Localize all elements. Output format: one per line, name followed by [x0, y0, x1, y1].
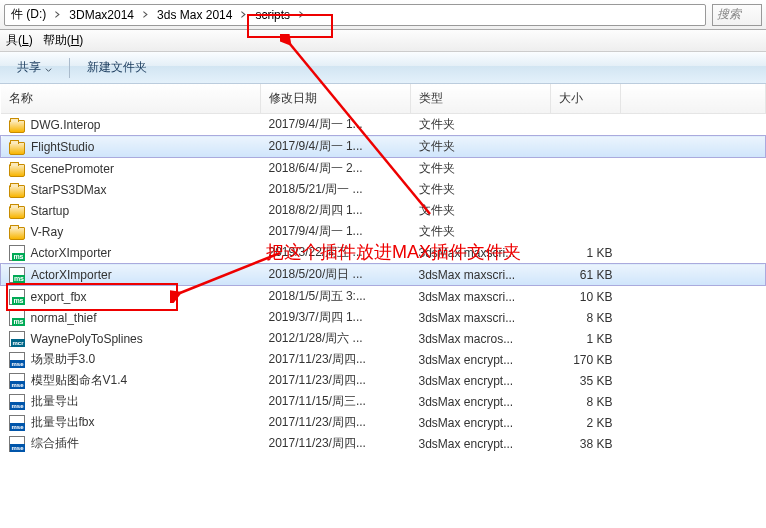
table-row[interactable]: Startup2018/8/2/周四 1...文件夹 [1, 200, 766, 221]
file-size: 2 KB [551, 412, 621, 433]
file-type: 文件夹 [411, 200, 551, 221]
table-row[interactable]: WaynePolyToSplines2012/1/28/周六 ...3dsMax… [1, 328, 766, 349]
file-listing: 名称 修改日期 类型 大小 DWG.Interop2017/9/4/周一 1..… [0, 84, 766, 528]
chevron-right-icon[interactable] [296, 5, 307, 25]
column-header-date[interactable]: 修改日期 [261, 84, 411, 114]
table-row[interactable]: 模型贴图命名V1.42017/11/23/周四...3dsMax encrypt… [1, 370, 766, 391]
file-name: 批量导出fbx [31, 414, 95, 431]
file-size: 8 KB [551, 307, 621, 328]
file-date: 2019/3/7/周四 1... [261, 307, 411, 328]
search-placeholder: 搜索 [717, 6, 741, 23]
breadcrumb-item-2[interactable]: scripts [249, 5, 296, 25]
file-size: 61 KB [551, 264, 621, 286]
file-type: 文件夹 [411, 158, 551, 180]
file-name: 模型贴图命名V1.4 [31, 372, 128, 389]
file-size: 170 KB [551, 349, 621, 370]
file-date: 2017/11/23/周四... [261, 370, 411, 391]
toolbar: 共享 新建文件夹 [0, 52, 766, 84]
file-date: 2017/11/23/周四... [261, 433, 411, 454]
folder-icon [9, 206, 25, 219]
file-type: 3dsMax maxscri... [411, 286, 551, 308]
encrypted-script-icon [9, 415, 25, 431]
chevron-right-icon[interactable] [140, 5, 151, 25]
table-row[interactable]: normal_thief2019/3/7/周四 1...3dsMax maxsc… [1, 307, 766, 328]
file-date: 2018/6/4/周一 2... [261, 158, 411, 180]
table-row[interactable]: export_fbx2018/1/5/周五 3:...3dsMax maxscr… [1, 286, 766, 308]
encrypted-script-icon [9, 436, 25, 452]
file-type: 文件夹 [411, 179, 551, 200]
file-size: 8 KB [551, 391, 621, 412]
table-row[interactable]: V-Ray2017/9/4/周一 1...文件夹 [1, 221, 766, 242]
file-size [551, 114, 621, 136]
file-date: 2017/9/4/周一 1... [261, 221, 411, 242]
file-size: 10 KB [551, 286, 621, 308]
macroscript-icon [9, 331, 25, 347]
file-name: StarPS3DMax [31, 183, 107, 197]
file-date: 2018/1/5/周五 3:... [261, 286, 411, 308]
maxscript-icon [9, 310, 25, 326]
breadcrumb[interactable]: 件 (D:) 3DMax2014 3ds Max 2014 scripts [4, 4, 706, 26]
file-name: FlightStudio [31, 140, 94, 154]
file-size: 38 KB [551, 433, 621, 454]
maxscript-icon [9, 245, 25, 261]
file-size: 35 KB [551, 370, 621, 391]
share-button[interactable]: 共享 [8, 54, 61, 81]
breadcrumb-item-1[interactable]: 3ds Max 2014 [151, 5, 238, 25]
file-date: 2017/11/23/周四... [261, 349, 411, 370]
file-date: 2018/5/21/周一 ... [261, 179, 411, 200]
file-date: 2019/3/22/周五 ... [261, 242, 411, 264]
file-date: 2017/9/4/周一 1... [261, 114, 411, 136]
column-header-size[interactable]: 大小 [551, 84, 621, 114]
folder-icon [9, 120, 25, 133]
column-header-name[interactable]: 名称 [1, 84, 261, 114]
menu-tools[interactable]: 具(L) [6, 32, 33, 49]
table-row[interactable]: 批量导出fbx2017/11/23/周四...3dsMax encrypt...… [1, 412, 766, 433]
file-date: 2012/1/28/周六 ... [261, 328, 411, 349]
file-date: 2018/8/2/周四 1... [261, 200, 411, 221]
table-row[interactable]: DWG.Interop2017/9/4/周一 1...文件夹 [1, 114, 766, 136]
table-row[interactable]: ScenePromoter2018/6/4/周一 2...文件夹 [1, 158, 766, 180]
folder-icon [9, 185, 25, 198]
file-name: Startup [31, 204, 70, 218]
file-date: 2018/5/20/周日 ... [261, 264, 411, 286]
table-row[interactable]: 批量导出2017/11/15/周三...3dsMax encrypt...8 K… [1, 391, 766, 412]
table-row[interactable]: 场景助手3.02017/11/23/周四...3dsMax encrypt...… [1, 349, 766, 370]
search-input[interactable]: 搜索 [712, 4, 762, 26]
menu-help[interactable]: 帮助(H) [43, 32, 84, 49]
chevron-right-icon[interactable] [238, 5, 249, 25]
file-type: 3dsMax encrypt... [411, 391, 551, 412]
file-type: 文件夹 [411, 136, 551, 158]
table-row[interactable]: ActorXImporter2018/5/20/周日 ...3dsMax max… [1, 264, 766, 286]
file-date: 2017/11/15/周三... [261, 391, 411, 412]
file-date: 2017/11/23/周四... [261, 412, 411, 433]
toolbar-divider [69, 58, 70, 78]
table-row[interactable]: StarPS3DMax2018/5/21/周一 ...文件夹 [1, 179, 766, 200]
address-bar: 件 (D:) 3DMax2014 3ds Max 2014 scripts 搜索 [0, 0, 766, 30]
new-folder-button[interactable]: 新建文件夹 [78, 54, 156, 81]
file-size [551, 221, 621, 242]
breadcrumb-root[interactable]: 件 (D:) [5, 5, 52, 25]
table-row[interactable]: ActorXImporter2019/3/22/周五 ...3dsMax max… [1, 242, 766, 264]
file-type: 文件夹 [411, 114, 551, 136]
file-name: ScenePromoter [31, 162, 114, 176]
folder-icon [9, 164, 25, 177]
file-name: export_fbx [31, 290, 87, 304]
maxscript-icon [9, 267, 25, 283]
table-row[interactable]: 综合插件2017/11/23/周四...3dsMax encrypt...38 … [1, 433, 766, 454]
file-type: 3dsMax encrypt... [411, 349, 551, 370]
file-size [551, 179, 621, 200]
file-name: WaynePolyToSplines [31, 332, 143, 346]
encrypted-script-icon [9, 352, 25, 368]
breadcrumb-item-0[interactable]: 3DMax2014 [63, 5, 140, 25]
file-type: 3dsMax macros... [411, 328, 551, 349]
file-size: 1 KB [551, 328, 621, 349]
chevron-right-icon[interactable] [52, 5, 63, 25]
file-name: ActorXImporter [31, 268, 112, 282]
menu-bar: 具(L) 帮助(H) [0, 30, 766, 52]
file-size [551, 200, 621, 221]
column-header-type[interactable]: 类型 [411, 84, 551, 114]
file-type: 3dsMax encrypt... [411, 412, 551, 433]
table-row[interactable]: FlightStudio2017/9/4/周一 1...文件夹 [1, 136, 766, 158]
file-date: 2017/9/4/周一 1... [261, 136, 411, 158]
file-name: ActorXImporter [31, 246, 112, 260]
